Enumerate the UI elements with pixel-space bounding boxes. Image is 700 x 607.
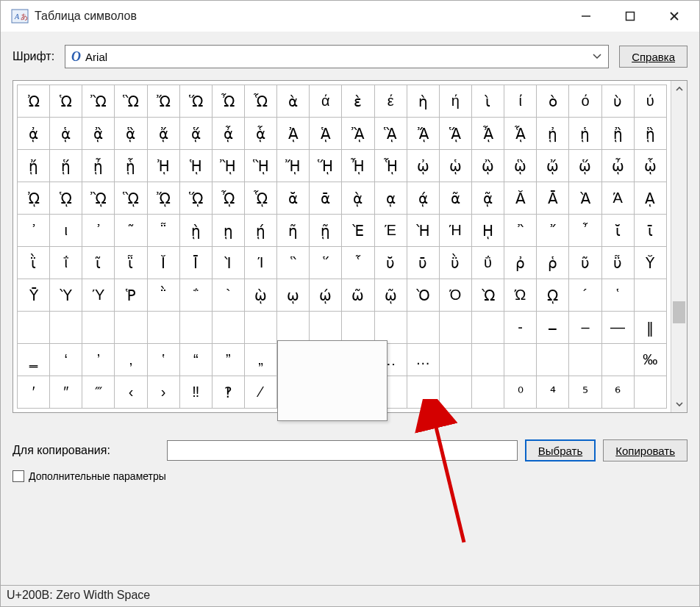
- character-cell[interactable]: ῀: [115, 215, 147, 247]
- character-cell[interactable]: ί: [504, 85, 537, 118]
- copy-button[interactable]: Копировать: [603, 439, 688, 461]
- character-cell[interactable]: ᾥ: [569, 150, 601, 182]
- character-cell[interactable]: ῴ: [310, 279, 342, 312]
- character-cell[interactable]: ῾: [601, 279, 634, 312]
- character-cell[interactable]: ῢ: [439, 247, 471, 279]
- character-cell[interactable]: ῑ: [634, 215, 666, 247]
- character-cell[interactable]: ῭: [147, 279, 179, 312]
- character-cell[interactable]: [50, 312, 82, 344]
- character-cell[interactable]: ᾭ: [179, 182, 212, 215]
- character-cell[interactable]: [115, 312, 147, 344]
- character-cell[interactable]: ‼: [179, 376, 212, 409]
- character-cell[interactable]: ‛: [147, 344, 179, 376]
- character-cell[interactable]: ᾤ: [537, 150, 569, 182]
- character-cell[interactable]: ῞: [310, 247, 342, 279]
- character-cell[interactable]: ᾰ: [277, 182, 310, 215]
- character-cell[interactable]: ‹: [115, 376, 147, 409]
- character-cell[interactable]: ὶ: [471, 85, 504, 118]
- character-cell[interactable]: ᾟ: [374, 150, 407, 182]
- character-cell[interactable]: ᾽: [18, 215, 50, 247]
- character-cell[interactable]: Ὰ: [569, 182, 601, 215]
- character-cell[interactable]: Έ: [374, 215, 407, 247]
- character-cell[interactable]: ῲ: [244, 279, 276, 312]
- character-cell[interactable]: Ὶ: [212, 247, 244, 279]
- character-cell[interactable]: ᾖ: [82, 150, 115, 182]
- character-cell[interactable]: [342, 312, 374, 344]
- character-cell[interactable]: ᾗ: [115, 150, 147, 182]
- character-cell[interactable]: ᾔ: [18, 150, 50, 182]
- character-cell[interactable]: ῤ: [504, 247, 537, 279]
- character-cell[interactable]: ᾪ: [82, 182, 115, 215]
- character-cell[interactable]: ῥ: [537, 247, 569, 279]
- character-cell[interactable]: ᾃ: [115, 118, 147, 150]
- character-cell[interactable]: ῗ: [115, 247, 147, 279]
- character-cell[interactable]: —: [601, 312, 634, 344]
- character-cell[interactable]: Ὣ: [115, 85, 147, 118]
- character-cell[interactable]: ᾆ: [212, 118, 244, 150]
- character-cell[interactable]: „: [244, 344, 276, 376]
- character-cell[interactable]: ᾛ: [244, 150, 276, 182]
- character-cell[interactable]: ᾨ: [18, 182, 50, 215]
- character-cell[interactable]: [407, 312, 439, 344]
- scroll-thumb[interactable]: [673, 301, 685, 323]
- character-cell[interactable]: ᾼ: [634, 182, 666, 215]
- character-cell[interactable]: [471, 312, 504, 344]
- character-cell[interactable]: ᾁ: [50, 118, 82, 150]
- character-cell[interactable]: ⁰: [504, 376, 537, 409]
- character-cell[interactable]: `: [212, 279, 244, 312]
- character-cell[interactable]: ύ: [634, 85, 666, 118]
- character-cell[interactable]: ‴: [82, 376, 115, 409]
- character-cell[interactable]: ᾯ: [244, 182, 276, 215]
- character-cell[interactable]: ῦ: [569, 247, 601, 279]
- character-cell[interactable]: Ὺ: [50, 279, 82, 312]
- character-cell[interactable]: ᾧ: [634, 150, 666, 182]
- character-cell[interactable]: Ὴ: [407, 215, 439, 247]
- character-cell[interactable]: Ᾱ: [537, 182, 569, 215]
- character-cell[interactable]: ´: [569, 279, 601, 312]
- character-cell[interactable]: ᾡ: [439, 150, 471, 182]
- character-cell[interactable]: [439, 376, 471, 409]
- character-cell[interactable]: ᾓ: [634, 118, 666, 150]
- character-cell[interactable]: ή: [439, 85, 471, 118]
- character-cell[interactable]: ῆ: [277, 215, 310, 247]
- character-cell[interactable]: [244, 312, 276, 344]
- character-cell[interactable]: ῂ: [179, 215, 212, 247]
- character-cell[interactable]: ῐ: [601, 215, 634, 247]
- character-cell[interactable]: Ί: [244, 247, 276, 279]
- character-cell[interactable]: ᾉ: [310, 118, 342, 150]
- character-cell[interactable]: ᾝ: [310, 150, 342, 182]
- advanced-view-checkbox[interactable]: [12, 470, 24, 482]
- character-cell[interactable]: ῼ: [537, 279, 569, 312]
- character-cell[interactable]: ᾊ: [342, 118, 374, 150]
- character-cell[interactable]: ᾌ: [407, 118, 439, 150]
- character-cell[interactable]: ᾣ: [504, 150, 537, 182]
- character-cell[interactable]: ᾂ: [82, 118, 115, 150]
- character-cell[interactable]: ῃ: [212, 215, 244, 247]
- character-cell[interactable]: ᾿: [82, 215, 115, 247]
- character-cell[interactable]: ᾏ: [504, 118, 537, 150]
- character-cell[interactable]: ‘: [50, 344, 82, 376]
- character-cell[interactable]: ᾕ: [50, 150, 82, 182]
- character-cell[interactable]: ᾱ: [310, 182, 342, 215]
- character-cell[interactable]: ‖: [634, 312, 666, 344]
- character-cell[interactable]: Ὧ: [244, 85, 276, 118]
- character-cell[interactable]: ᾞ: [342, 150, 374, 182]
- scroll-up-button[interactable]: [671, 81, 687, 97]
- character-cell[interactable]: Ὥ: [179, 85, 212, 118]
- character-cell[interactable]: ό: [569, 85, 601, 118]
- character-cell[interactable]: [277, 312, 310, 344]
- character-cell[interactable]: ᾎ: [471, 118, 504, 150]
- character-cell[interactable]: ῇ: [310, 215, 342, 247]
- character-cell[interactable]: ᾴ: [407, 182, 439, 215]
- minimize-button[interactable]: [564, 1, 608, 32]
- character-cell[interactable]: [374, 312, 407, 344]
- maximize-button[interactable]: [608, 1, 652, 32]
- character-cell[interactable]: Ῥ: [115, 279, 147, 312]
- character-cell[interactable]: ᾶ: [439, 182, 471, 215]
- character-cell[interactable]: Ή: [439, 215, 471, 247]
- character-cell[interactable]: ᾇ: [244, 118, 276, 150]
- select-button[interactable]: Выбрать: [525, 439, 596, 461]
- character-cell[interactable]: [179, 312, 212, 344]
- character-cell[interactable]: ″: [50, 376, 82, 409]
- character-cell[interactable]: ⁴: [537, 376, 569, 409]
